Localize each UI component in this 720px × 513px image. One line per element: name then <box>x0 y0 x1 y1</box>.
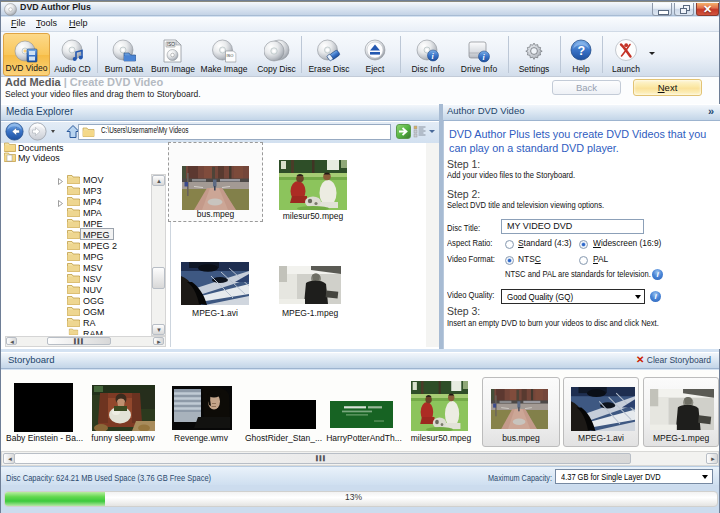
svg-text:ISO: ISO <box>227 53 234 58</box>
svg-text:ISO: ISO <box>167 42 175 47</box>
svg-text:?: ? <box>577 44 585 58</box>
